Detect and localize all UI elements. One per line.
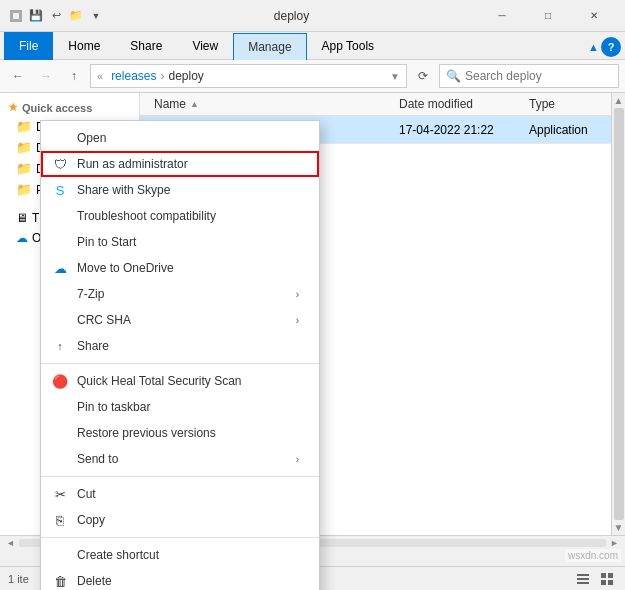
troubleshoot-icon	[51, 207, 69, 225]
path-dropdown[interactable]: ▼	[390, 71, 400, 82]
arrow-icon: ›	[296, 315, 299, 326]
svg-rect-3	[19, 10, 22, 22]
window-controls: ─ □ ✕	[479, 0, 617, 32]
ctx-delete[interactable]: 🗑 Delete	[41, 568, 319, 590]
status-right	[573, 569, 617, 589]
ctx-divider2	[41, 476, 319, 477]
ctx-troubleshoot[interactable]: Troubleshoot compatibility	[41, 203, 319, 229]
search-input[interactable]	[465, 69, 615, 83]
ctx-quickheal[interactable]: 🔴 Quick Heal Total Security Scan	[41, 368, 319, 394]
col-name-header[interactable]: Name ▲	[148, 93, 393, 115]
sort-indicator: ▲	[190, 99, 199, 109]
svg-rect-7	[601, 573, 606, 578]
ctx-restore-versions[interactable]: Restore previous versions	[41, 420, 319, 446]
ctx-cut[interactable]: ✂ Cut	[41, 481, 319, 507]
ctx-copy[interactable]: ⎘ Copy	[41, 507, 319, 533]
taskbar-icon	[51, 398, 69, 416]
status-count: 1 ite	[8, 573, 29, 585]
maximize-button[interactable]: □	[525, 0, 571, 32]
arrow-icon: ›	[296, 454, 299, 465]
refresh-button[interactable]: ⟳	[411, 64, 435, 88]
window-title: deploy	[104, 9, 479, 23]
ctx-share-label: Share	[77, 339, 109, 353]
tab-apptools[interactable]: App Tools	[307, 32, 389, 60]
ctx-troubleshoot-label: Troubleshoot compatibility	[77, 209, 216, 223]
dropdown-icon[interactable]: ▼	[88, 8, 104, 24]
folder-icon[interactable]: 📁	[68, 8, 84, 24]
col-name-label: Name	[154, 97, 186, 111]
search-box: 🔍	[439, 64, 619, 88]
ctx-pin-taskbar[interactable]: Pin to taskbar	[41, 394, 319, 420]
copy-icon: ⎘	[51, 511, 69, 529]
view-details-button[interactable]	[573, 569, 593, 589]
tab-share[interactable]: Share	[115, 32, 177, 60]
title-bar: 💾 ↩ 📁 ▼ deploy ─ □ ✕	[0, 0, 625, 32]
up-button[interactable]: ↑	[62, 64, 86, 88]
folder-icon: 📁	[16, 119, 32, 134]
svg-rect-10	[608, 580, 613, 585]
file-date-cell: 17-04-2022 21:22	[393, 123, 523, 137]
share-icon: ↑	[51, 337, 69, 355]
onedrive-icon: ☁	[51, 259, 69, 277]
ctx-7zip[interactable]: 7-Zip ›	[41, 281, 319, 307]
tab-manage[interactable]: Manage	[233, 33, 306, 60]
sidebar-quickaccess-label: Quick access	[22, 102, 92, 114]
svg-rect-9	[601, 580, 606, 585]
file-header: Name ▲ Date modified Type	[140, 93, 611, 116]
skype-icon: S	[51, 181, 69, 199]
ctx-share-skype-label: Share with Skype	[77, 183, 170, 197]
scrollbar-vertical[interactable]: ▲ ▼	[611, 93, 625, 535]
back-button[interactable]: ←	[6, 64, 30, 88]
ctx-copy-label: Copy	[77, 513, 105, 527]
svg-rect-8	[608, 573, 613, 578]
ctx-divider1	[41, 363, 319, 364]
titlebar-icons: 💾 ↩ 📁 ▼	[8, 8, 104, 24]
cloud-icon: ☁	[16, 231, 28, 245]
col-type-header[interactable]: Type	[523, 93, 603, 115]
tab-home[interactable]: Home	[53, 32, 115, 60]
ctx-onedrive[interactable]: ☁ Move to OneDrive	[41, 255, 319, 281]
ctx-send-to[interactable]: Send to ›	[41, 446, 319, 472]
ctx-share-skype[interactable]: S Share with Skype	[41, 177, 319, 203]
ctx-7zip-label: 7-Zip	[77, 287, 104, 301]
ctx-crc-sha[interactable]: CRC SHA ›	[41, 307, 319, 333]
tab-view[interactable]: View	[177, 32, 233, 60]
help-button[interactable]: ?	[601, 37, 621, 57]
file-type-cell: Application	[523, 123, 603, 137]
ribbon-tabs: File Home Share View Manage App Tools ▲ …	[0, 32, 625, 60]
path-releases[interactable]: releases	[111, 69, 156, 83]
tab-file[interactable]: File	[4, 32, 53, 60]
ribbon-collapse[interactable]: ▲	[588, 41, 599, 53]
arrow-icon: ›	[296, 289, 299, 300]
path-deploy[interactable]: deploy	[168, 69, 203, 83]
ctx-create-shortcut[interactable]: Create shortcut	[41, 542, 319, 568]
shortcut-icon	[51, 546, 69, 564]
close-button[interactable]: ✕	[571, 0, 617, 32]
ctx-run-as-admin[interactable]: 🛡 Run as administrator	[41, 151, 319, 177]
quickheal-icon: 🔴	[51, 372, 69, 390]
ctx-send-to-label: Send to	[77, 452, 118, 466]
save-icon[interactable]: 💾	[28, 8, 44, 24]
path-icon: «	[97, 70, 103, 82]
folder-icon: 📁	[16, 161, 32, 176]
ribbon: File Home Share View Manage App Tools ▲ …	[0, 32, 625, 60]
ctx-share[interactable]: ↑ Share	[41, 333, 319, 359]
address-path[interactable]: « releases › deploy ▼	[90, 64, 407, 88]
sidebar-section-quickaccess[interactable]: ★ Quick access	[0, 97, 139, 116]
ctx-divider3	[41, 537, 319, 538]
ctx-pin-start[interactable]: Pin to Start	[41, 229, 319, 255]
view-large-icons-button[interactable]	[597, 569, 617, 589]
zip-icon	[51, 285, 69, 303]
ctx-open[interactable]: Open	[41, 125, 319, 151]
crc-icon	[51, 311, 69, 329]
ctx-run-as-admin-label: Run as administrator	[77, 157, 188, 171]
undo-icon[interactable]: ↩	[48, 8, 64, 24]
forward-button[interactable]: →	[34, 64, 58, 88]
pin-start-icon	[51, 233, 69, 251]
minimize-button[interactable]: ─	[479, 0, 525, 32]
svg-rect-5	[577, 578, 589, 580]
shield-icon: 🛡	[51, 155, 69, 173]
col-date-header[interactable]: Date modified	[393, 93, 523, 115]
cut-icon: ✂	[51, 485, 69, 503]
ctx-onedrive-label: Move to OneDrive	[77, 261, 174, 275]
